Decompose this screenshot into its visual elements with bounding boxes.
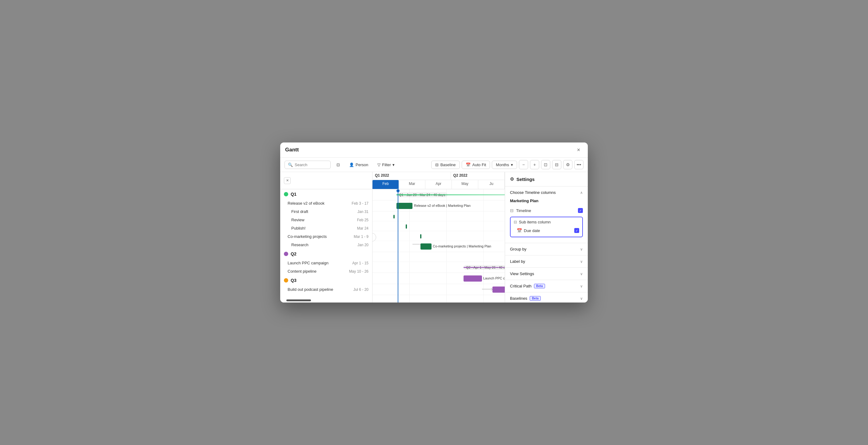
baselines-beta-badge: Beta — [530, 296, 541, 301]
group-dot-q2 — [284, 252, 288, 256]
task-item[interactable]: Co-marketing projects Mar 1 - 9 — [280, 232, 372, 241]
view-settings-label: View Settings — [510, 271, 534, 276]
gantt-months: Feb Mar Apr May Ju — [372, 180, 505, 189]
month-feb: Feb — [372, 180, 399, 189]
baselines-header[interactable]: Baselines Beta ∨ — [505, 292, 588, 302]
gantt-row-firstdraft[interactable] — [372, 211, 505, 221]
gantt-row-contentpipeline[interactable]: Content pipe… — [372, 284, 505, 295]
settings-panel: ⚙ Settings Choose Timeline columns ∧ Mar… — [505, 172, 588, 302]
chevron-down-icon: ∨ — [580, 296, 583, 301]
more-button[interactable]: ••• — [574, 160, 584, 169]
save-view-button[interactable]: ⊡ — [333, 161, 343, 169]
toolbar: 🔍 ⊡ 👤 Person ▽ Filter ▾ ⊟ Baseline 📅 Aut… — [280, 157, 588, 172]
collapse-icon: ⊟ — [555, 162, 559, 167]
today-line — [398, 189, 398, 302]
group-by-header[interactable]: Group by ∨ — [505, 243, 588, 255]
bar-label-ebook: Release v2 of eBook | Marketing Plan — [414, 204, 471, 207]
close-icon: ✕ — [286, 178, 289, 182]
autofit-button[interactable]: 📅 Auto Fit — [462, 161, 490, 169]
scrollbar[interactable] — [286, 299, 311, 301]
gear-icon: ⚙ — [566, 162, 570, 167]
gantt-row-comarketing[interactable]: Co-marketing projects | Marketing Plan — [372, 241, 505, 252]
gear-icon: ⚙ — [510, 176, 514, 182]
settings-header: ⚙ Settings — [505, 172, 588, 186]
timeline-icon: ⊟ — [510, 208, 514, 213]
months-select[interactable]: Months ▾ — [492, 161, 517, 169]
group-name-q1: Q1 — [291, 192, 297, 197]
search-box[interactable]: 🔍 — [284, 161, 331, 169]
gantt-header: Q1 2022 Q2 2022 Feb Mar Apr May Ju — [372, 172, 505, 189]
task-item[interactable]: Launch PPC campaign Apr 1 - 15 — [280, 259, 372, 267]
task-item[interactable]: Publish! Mar 24 — [280, 224, 372, 232]
chevron-down-icon: ∨ — [580, 272, 583, 276]
group-header-q3[interactable]: Q3 — [280, 275, 372, 285]
gantt-row-review[interactable] — [372, 221, 505, 231]
filter-button[interactable]: ▽ Filter ▾ — [374, 161, 398, 169]
month-may: May — [452, 180, 478, 189]
task-item[interactable]: Review Feb 25 — [280, 216, 372, 224]
gantt-row-research[interactable] — [372, 252, 505, 262]
group-header-q1[interactable]: Q1 — [280, 189, 372, 199]
chevron-down-icon: ▾ — [511, 162, 513, 167]
collapse-button[interactable]: ⊟ — [552, 160, 561, 169]
search-input[interactable] — [294, 162, 327, 167]
baseline-icon: ⊟ — [435, 162, 439, 167]
gantt-row-q2-milestone: Q2 • Apr 1 - May 26 • 40 days — [372, 262, 505, 273]
group-by-label: Group by — [510, 247, 526, 251]
due-date-checkbox[interactable]: ✓ — [574, 228, 579, 233]
more-icon: ••• — [577, 162, 581, 167]
timeline-columns-content: Marketing Plan ⊟ Timeline ✓ ⊟ Sub items … — [505, 199, 588, 243]
label-by-header[interactable]: Label by ∨ — [505, 256, 588, 267]
person-button[interactable]: 👤 Person — [346, 161, 372, 169]
month-apr: Apr — [425, 180, 452, 189]
timeline-checkbox[interactable]: ✓ — [578, 208, 583, 213]
critical-path-header[interactable]: Critical Path Beta ∨ — [505, 280, 588, 292]
gantt-row-ppc[interactable]: Launch PPC campaign | Marketing Pla… — [372, 273, 505, 284]
person-icon: 👤 — [349, 162, 354, 167]
task-item[interactable]: First draft Jan 31 — [280, 207, 372, 216]
baselines-label: Baselines — [510, 296, 527, 301]
view-settings-header[interactable]: View Settings ∨ — [505, 268, 588, 280]
app-window: Gantt × 🔍 ⊡ 👤 Person ▽ Filter ▾ ⊟ Baseli… — [280, 143, 588, 302]
settings-section-critical-path: Critical Path Beta ∨ — [505, 280, 588, 292]
zoom-out-button[interactable]: − — [519, 160, 528, 169]
baseline-button[interactable]: ⊟ Baseline — [431, 161, 460, 169]
sub-items-icon: ⊟ — [514, 220, 517, 224]
settings-section-group-by: Group by ∨ — [505, 243, 588, 256]
timeline-column-item[interactable]: ⊟ Timeline ✓ — [510, 206, 583, 215]
task-item[interactable]: Build out podcast pipeline Jul 6 - 20 — [280, 285, 372, 294]
task-item[interactable]: Release v2 of eBook Feb 3 - 17 — [280, 199, 372, 207]
close-button[interactable]: × — [574, 146, 583, 154]
timeline-columns-header[interactable]: Choose Timeline columns ∧ — [505, 186, 588, 199]
collapse-task-list-button[interactable]: ✕ — [284, 177, 291, 184]
chevron-up-icon: ∧ — [580, 190, 583, 195]
task-item[interactable]: Content pipeline May 10 - 26 — [280, 267, 372, 275]
task-item[interactable]: Research Jan 20 — [280, 241, 372, 249]
zoom-in-button[interactable]: + — [530, 160, 539, 169]
month-mar: Mar — [399, 180, 425, 189]
bar-firstdraft — [394, 215, 395, 218]
bar-ebook — [397, 203, 412, 209]
chevron-down-icon: ∨ — [580, 247, 583, 251]
search-icon: 🔍 — [288, 162, 293, 167]
chevron-down-icon: ∨ — [580, 284, 583, 288]
marketing-plan-label: Marketing Plan — [510, 199, 583, 203]
export-button[interactable]: ⊡ — [541, 160, 550, 169]
window-title: Gantt — [285, 147, 299, 153]
task-list: ✕ Q1 Release v2 of eBook Feb 3 - 17 Firs… — [280, 172, 372, 302]
timeline-columns-label: Choose Timeline columns — [510, 190, 556, 195]
settings-button[interactable]: ⚙ — [563, 160, 572, 169]
gantt-scroll[interactable]: Q1 • Jan 20 - Mar 24 • 46 days Release v… — [372, 189, 505, 302]
group-header-q2[interactable]: Q2 — [280, 249, 372, 259]
calendar-icon: 📅 — [466, 162, 471, 167]
month-ju: Ju — [478, 180, 505, 189]
gantt-row-ebook[interactable]: Release v2 of eBook | Marketing Plan — [372, 200, 505, 211]
quarter-q2: Q2 2022 — [451, 172, 505, 180]
quarter-q1: Q1 2022 — [372, 172, 451, 180]
chevron-down-icon: ▾ — [393, 162, 395, 167]
gantt-quarters: Q1 2022 Q2 2022 — [372, 172, 505, 180]
gantt-row-publish[interactable] — [372, 231, 505, 241]
due-date-item[interactable]: 📅 Due date ✓ — [514, 227, 579, 234]
critical-path-beta-badge: Beta — [534, 284, 545, 288]
export-icon: ⊡ — [544, 162, 548, 167]
